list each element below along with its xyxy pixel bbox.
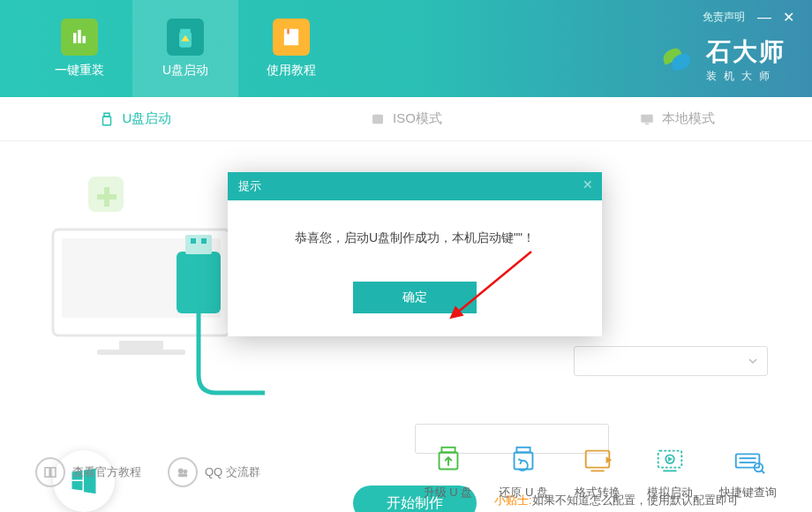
tool-format-convert-label: 格式转换 <box>575 485 620 501</box>
upgrade-usb-icon <box>432 444 465 478</box>
tab-usb-boot-label: U盘启动 <box>162 63 208 79</box>
brand-title: 石大师 <box>706 35 786 69</box>
close-button[interactable]: ✕ <box>782 9 794 26</box>
svg-point-20 <box>184 470 188 474</box>
usb-icon <box>99 111 115 127</box>
tool-upgrade-usb[interactable]: 升级 U 盘 <box>424 444 473 501</box>
svg-rect-2 <box>83 36 86 43</box>
brand: 石大师 装机大师 <box>657 35 786 84</box>
app-header: 一键重装 U盘启动 使用教程 免责声明 — ✕ 石大师 装机大师 <box>0 0 812 97</box>
success-modal: 提示 ✕ 恭喜您，启动U盘制作成功，本机启动键""！ 确定 <box>228 172 602 336</box>
qq-icon <box>168 457 198 487</box>
tutorial-icon <box>273 19 310 56</box>
reinstall-icon <box>61 19 98 56</box>
svg-point-19 <box>178 469 184 474</box>
svg-rect-4 <box>287 29 289 34</box>
svg-rect-17 <box>191 238 196 244</box>
svg-line-33 <box>761 470 764 473</box>
modal-footer: 确定 <box>228 264 602 336</box>
modal-close-button[interactable]: ✕ <box>583 177 593 192</box>
brand-logo-icon <box>657 40 697 80</box>
tab-tutorial-label: 使用教程 <box>267 63 316 79</box>
svg-rect-0 <box>73 33 77 43</box>
header-right: 免责声明 — ✕ <box>703 9 794 26</box>
official-tutorial-link[interactable]: 查看官方教程 <box>35 457 141 487</box>
modal-ok-button[interactable]: 确定 <box>353 282 477 313</box>
tool-simulate-boot-label: 模拟启动 <box>647 485 693 501</box>
tool-upgrade-usb-label: 升级 U 盘 <box>424 485 473 501</box>
subtab-usb-label: U盘启动 <box>122 110 171 127</box>
modal-message: 恭喜您，启动U盘制作成功，本机启动键""！ <box>228 200 602 264</box>
svg-rect-6 <box>103 117 111 125</box>
svg-rect-7 <box>372 114 383 124</box>
svg-rect-16 <box>185 235 212 254</box>
disclaimer-link[interactable]: 免责声明 <box>703 10 745 25</box>
subtab-local[interactable]: 本地模式 <box>541 97 812 140</box>
format-convert-icon <box>581 444 614 478</box>
svg-rect-14 <box>97 350 185 355</box>
minimize-button[interactable]: — <box>757 10 770 26</box>
monitor-icon <box>639 111 655 127</box>
tab-usb-boot[interactable]: U盘启动 <box>132 0 238 97</box>
tool-hotkey-query[interactable]: 快捷键查询 <box>719 444 777 501</box>
svg-rect-21 <box>178 474 188 478</box>
qq-group-link[interactable]: QQ 交流群 <box>168 457 260 487</box>
book-icon <box>35 457 65 487</box>
tool-restore-usb-label: 还原 U 盘 <box>499 485 548 501</box>
tool-restore-usb[interactable]: 还原 U 盘 <box>499 444 548 501</box>
qq-group-label: QQ 交流群 <box>205 464 260 480</box>
hotkey-query-icon <box>732 444 765 478</box>
modal-header: 提示 ✕ <box>228 172 602 200</box>
subtab-iso[interactable]: ISO模式 <box>271 97 542 140</box>
subtab-usb[interactable]: U盘启动 <box>0 97 271 140</box>
bottom-bar: 查看官方教程 QQ 交流群 升级 U 盘 还原 U 盘 格式转换 模拟启动 快捷… <box>0 433 812 512</box>
tool-buttons: 升级 U 盘 还原 U 盘 格式转换 模拟启动 快捷键查询 <box>424 444 777 501</box>
brand-subtitle: 装机大师 <box>706 69 786 84</box>
svg-rect-9 <box>644 123 649 124</box>
subtab-iso-label: ISO模式 <box>393 110 442 127</box>
svg-rect-18 <box>201 238 207 244</box>
svg-rect-26 <box>586 451 610 468</box>
svg-rect-8 <box>641 114 653 122</box>
subtab-local-label: 本地模式 <box>662 110 715 127</box>
svg-rect-3 <box>284 29 298 46</box>
header-tabs: 一键重装 U盘启动 使用教程 <box>0 0 344 97</box>
config-dropdown[interactable] <box>574 346 768 376</box>
usb-boot-icon <box>167 19 204 56</box>
tool-simulate-boot[interactable]: 模拟启动 <box>647 444 693 501</box>
official-tutorial-label: 查看官方教程 <box>72 464 141 480</box>
tab-reinstall-label: 一键重装 <box>55 63 104 79</box>
iso-icon <box>370 111 386 127</box>
sub-tabs: U盘启动 ISO模式 本地模式 <box>0 97 812 141</box>
svg-rect-15 <box>177 252 221 313</box>
restore-usb-icon <box>507 444 540 478</box>
simulate-boot-icon <box>653 444 687 478</box>
tab-tutorial[interactable]: 使用教程 <box>238 0 344 97</box>
tool-hotkey-query-label: 快捷键查询 <box>719 485 777 501</box>
tab-reinstall[interactable]: 一键重装 <box>26 0 132 97</box>
chevron-down-icon <box>748 356 758 366</box>
svg-rect-1 <box>78 30 81 43</box>
svg-rect-13 <box>119 341 163 350</box>
modal-title: 提示 <box>238 178 261 194</box>
tool-format-convert[interactable]: 格式转换 <box>575 444 620 501</box>
